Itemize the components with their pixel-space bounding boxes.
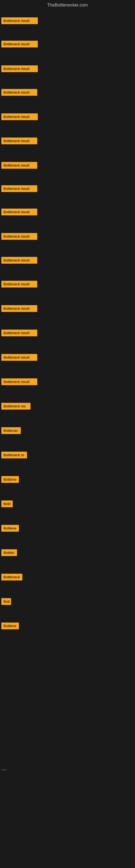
bottleneck-bar-13[interactable]: Bottleneck result [1,305,37,312]
bottleneck-bar-21[interactable]: Bottl [1,500,13,507]
bottleneck-bar-19[interactable]: Bottleneck re [1,452,27,458]
bottleneck-row-19[interactable]: Bottleneck re [0,451,135,461]
bottleneck-row-3[interactable]: Bottleneck result [0,64,135,74]
bottleneck-row-13[interactable]: Bottleneck result [0,304,135,314]
bottleneck-bar-6[interactable]: Bottleneck result [1,137,37,144]
bottleneck-row-6[interactable]: Bottleneck result [0,136,135,147]
bottleneck-bar-12[interactable]: Bottleneck result [1,281,37,287]
bottleneck-bar-2[interactable]: Bottleneck result [1,41,38,48]
bottleneck-row-23[interactable]: Bottlen [0,548,135,558]
bottleneck-row-9[interactable]: Bottleneck result [0,208,135,218]
bottleneck-bar-3[interactable]: Bottleneck result [1,65,38,72]
bottleneck-row-16[interactable]: Bottleneck result [0,377,135,388]
small-label: more [1,769,6,771]
bottleneck-bar-15[interactable]: Bottleneck result [1,354,37,361]
bottleneck-row-25[interactable]: Bott [0,597,135,607]
bottleneck-row-7[interactable]: Bottleneck result [0,161,135,171]
bottleneck-bar-22[interactable]: Bottlene [1,525,19,532]
site-title: TheBottlenecker.com [0,0,135,9]
bottleneck-bar-23[interactable]: Bottlen [1,549,17,556]
bottleneck-bar-18[interactable]: Bottlenec [1,427,21,434]
bottleneck-row-5[interactable]: Bottleneck result [0,112,135,122]
bottleneck-row-14[interactable]: Bottleneck result [0,329,135,339]
bottleneck-bar-8[interactable]: Bottleneck result [1,185,37,192]
bottleneck-row-20[interactable]: Bottlene [0,475,135,485]
bottleneck-bar-14[interactable]: Bottleneck result [1,330,37,336]
bottleneck-bar-4[interactable]: Bottleneck result [1,89,37,96]
bottleneck-bar-24[interactable]: Bottleneck [1,574,22,581]
bottleneck-bar-7[interactable]: Bottleneck result [1,162,37,169]
bottleneck-row-24[interactable]: Bottleneck [0,572,135,583]
bottleneck-row-26[interactable]: Bottlene [0,621,135,631]
bottleneck-row-22[interactable]: Bottlene [0,524,135,534]
bottleneck-bar-1[interactable]: Bottleneck result [1,18,38,24]
bottleneck-row-11[interactable]: Bottleneck result [0,256,135,266]
bottleneck-bar-10[interactable]: Bottleneck result [1,233,37,240]
bottleneck-bar-20[interactable]: Bottlene [1,476,19,483]
bottleneck-row-18[interactable]: Bottlenec [0,426,135,436]
bottleneck-bar-17[interactable]: Bottleneck res [1,403,31,410]
bottleneck-bar-26[interactable]: Bottlene [1,622,19,629]
bottleneck-row-15[interactable]: Bottleneck result [0,353,135,363]
bottleneck-row-12[interactable]: Bottleneck result [0,280,135,290]
bottleneck-bar-16[interactable]: Bottleneck result [1,378,37,385]
bottleneck-row-2[interactable]: Bottleneck result [0,40,135,50]
bottleneck-row-1[interactable]: Bottleneck result [0,16,135,26]
bottleneck-row-21[interactable]: Bottl [0,499,135,509]
bottleneck-row-17[interactable]: Bottleneck res [0,402,135,412]
bottleneck-bar-11[interactable]: Bottleneck result [1,257,37,264]
bottleneck-row-10[interactable]: Bottleneck result [0,232,135,242]
bottleneck-bar-9[interactable]: Bottleneck result [1,209,37,215]
bottleneck-bar-5[interactable]: Bottleneck result [1,113,38,120]
bottleneck-bar-25[interactable]: Bott [1,598,11,605]
bottleneck-row-8[interactable]: Bottleneck result [0,184,135,194]
bottleneck-row-4[interactable]: Bottleneck result [0,88,135,98]
